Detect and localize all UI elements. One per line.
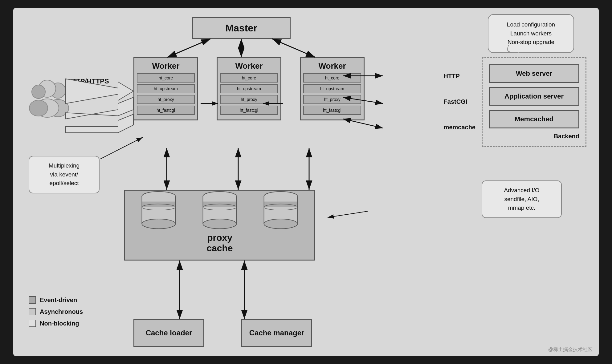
protocol-http: HTTP: [444, 73, 475, 80]
multiplexing-text: Multiplexingvia kevent/epoll/select: [49, 162, 80, 186]
cache-loader-label: Cache loader: [146, 329, 192, 337]
svg-line-48: [328, 211, 368, 217]
worker-2-module-4: ht_fastcgi: [220, 106, 278, 115]
svg-point-11: [142, 219, 175, 229]
speech-bubble-io: Advanced I/Osendfile, AIO,mmap etc.: [482, 180, 562, 218]
svg-point-5: [29, 100, 48, 116]
application-server-box: Application server: [489, 87, 579, 106]
worker-area: Worker ht_core ht_upstream ht_proxy ht_f…: [133, 57, 365, 120]
proxy-cache-box: proxycache: [124, 190, 315, 261]
backend-section: Web server Application server Memcached …: [482, 57, 586, 147]
speech-bubble-multiplexing: Multiplexingvia kevent/epoll/select: [29, 156, 100, 193]
legend-nonblocking: Non-blocking: [29, 320, 83, 327]
bubble-top-line1: Load configurationLaunch workersNon-stop…: [507, 21, 555, 45]
main-container: Master Load configurationLaunch workersN…: [0, 0, 612, 364]
svg-marker-36: [66, 114, 133, 133]
legend-label-3: Non-blocking: [40, 320, 79, 327]
memcached-box: Memcached: [489, 110, 579, 128]
diagram-background: Master Load configurationLaunch workersN…: [13, 8, 599, 356]
legend-label-1: Event-driven: [40, 297, 77, 304]
worker-2-title: Worker: [220, 61, 278, 71]
worker-3-module-4: ht_fastcgi: [303, 106, 361, 115]
worker-2-module-2: ht_upstream: [220, 84, 278, 93]
legend-box-1: [29, 296, 36, 304]
worker-3-module-3: ht_proxy: [303, 95, 361, 104]
svg-rect-8: [142, 202, 175, 207]
worker-2-module-1: ht_core: [220, 73, 278, 83]
worker-3-title: Worker: [303, 61, 361, 71]
backend-label: Backend: [489, 133, 579, 140]
master-box: Master: [192, 17, 291, 39]
cache-loader-box: Cache loader: [133, 319, 204, 347]
cache-boxes-area: Cache loader Cache manager: [133, 319, 312, 347]
worker-1-module-4: ht_fastcgi: [137, 106, 195, 115]
worker-3-module-1: ht_core: [303, 73, 361, 83]
svg-line-33: [272, 39, 315, 57]
svg-line-45: [100, 137, 143, 159]
io-text: Advanced I/Osendfile, AIO,mmap etc.: [504, 187, 539, 211]
watermark: @稀土掘金技术社区: [548, 346, 593, 353]
worker-2-module-3: ht_proxy: [220, 95, 278, 104]
http-https-label: HTTP/HTTPS: [67, 77, 109, 85]
protocol-fastcgi: FastCGI: [444, 98, 475, 105]
svg-point-25: [264, 219, 298, 229]
svg-point-18: [203, 219, 237, 229]
svg-line-31: [167, 39, 210, 57]
cache-manager-label: Cache manager: [249, 329, 304, 337]
db-cylinders-svg: [125, 191, 314, 249]
legend-event-driven: Event-driven: [29, 296, 83, 304]
worker-box-2: Worker ht_core ht_upstream ht_proxy ht_f…: [217, 57, 281, 120]
legend-asynchronous: Asynchronous: [29, 308, 83, 315]
cache-manager-box: Cache manager: [241, 319, 312, 347]
master-label: Master: [225, 22, 257, 34]
worker-box-3: Worker ht_core ht_upstream ht_proxy ht_f…: [300, 57, 365, 120]
protocol-labels: HTTP FastCGI memcache: [444, 73, 475, 131]
legend-label-2: Asynchronous: [40, 308, 83, 315]
worker-1-module-3: ht_proxy: [137, 95, 195, 104]
legend-box-3: [29, 320, 36, 327]
svg-rect-22: [264, 202, 298, 207]
worker-1-module-1: ht_core: [137, 73, 195, 83]
svg-marker-35: [66, 97, 133, 119]
worker-box-1: Worker ht_core ht_upstream ht_proxy ht_f…: [133, 57, 198, 120]
speech-bubble-master: Load configurationLaunch workersNon-stop…: [488, 14, 574, 53]
legend: Event-driven Asynchronous Non-blocking: [29, 296, 83, 331]
users-icon: [26, 79, 69, 119]
legend-box-2: [29, 308, 36, 315]
web-server-box: Web server: [489, 64, 579, 83]
protocol-memcache: memcache: [444, 124, 475, 131]
svg-point-4: [32, 85, 45, 99]
worker-1-module-2: ht_upstream: [137, 84, 195, 93]
worker-1-title: Worker: [137, 61, 195, 71]
svg-rect-15: [203, 202, 237, 207]
worker-3-module-2: ht_upstream: [303, 84, 361, 93]
